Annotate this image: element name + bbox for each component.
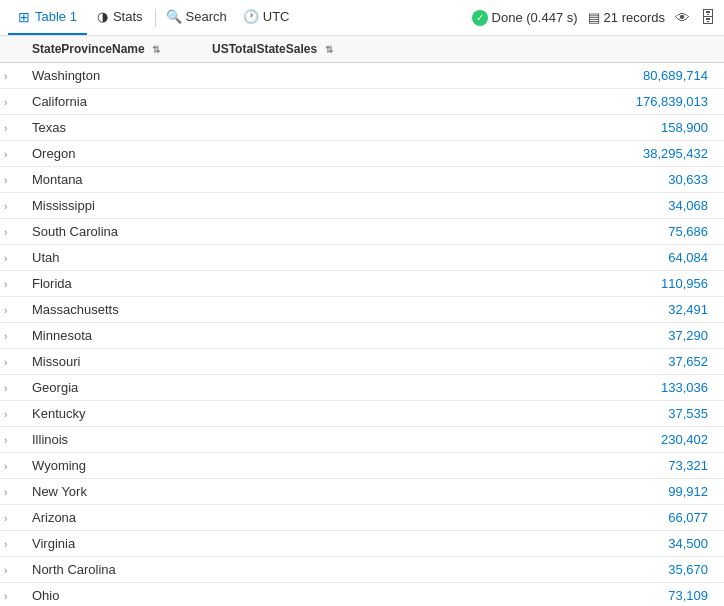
utc-button[interactable]: 🕐 UTC (235, 0, 298, 35)
expand-arrow-icon[interactable]: › (4, 539, 7, 550)
sales-cell: 35,670 (204, 557, 724, 583)
expand-arrow-cell[interactable]: › (0, 583, 24, 607)
table-row[interactable]: ›Missouri37,652 (0, 349, 724, 375)
expand-arrow-icon[interactable]: › (4, 409, 7, 420)
state-cell: Texas (24, 115, 204, 141)
col-header-state[interactable]: StateProvinceName ⇅ (24, 36, 204, 63)
sales-cell: 66,077 (204, 505, 724, 531)
expand-arrow-cell[interactable]: › (0, 479, 24, 505)
expand-arrow-cell[interactable]: › (0, 349, 24, 375)
table-row[interactable]: ›Massachusetts32,491 (0, 297, 724, 323)
eye-icon[interactable]: 👁 (675, 9, 690, 26)
table-row[interactable]: ›North Carolina35,670 (0, 557, 724, 583)
expand-arrow-cell[interactable]: › (0, 505, 24, 531)
expand-arrow-cell[interactable]: › (0, 427, 24, 453)
utc-label: UTC (263, 9, 290, 24)
expand-arrow-cell[interactable]: › (0, 401, 24, 427)
expand-arrow-icon[interactable]: › (4, 201, 7, 212)
expand-arrow-icon[interactable]: › (4, 461, 7, 472)
expand-arrow-cell[interactable]: › (0, 271, 24, 297)
expand-arrow-icon[interactable]: › (4, 175, 7, 186)
expand-arrow-icon[interactable]: › (4, 357, 7, 368)
table-icon: ⊞ (18, 9, 30, 25)
expand-arrow-cell[interactable]: › (0, 453, 24, 479)
table-row[interactable]: ›Florida110,956 (0, 271, 724, 297)
stats-icon: ◑ (97, 9, 108, 24)
done-label: Done (0.447 s) (492, 10, 578, 25)
table-container: StateProvinceName ⇅ USTotalStateSales ⇅ … (0, 36, 724, 606)
expand-arrow-cell[interactable]: › (0, 115, 24, 141)
state-cell: Montana (24, 167, 204, 193)
expand-arrow-cell[interactable]: › (0, 167, 24, 193)
table-row[interactable]: ›New York99,912 (0, 479, 724, 505)
table-row[interactable]: ›Montana30,633 (0, 167, 724, 193)
expand-arrow-cell[interactable]: › (0, 245, 24, 271)
expand-arrow-cell[interactable]: › (0, 89, 24, 115)
col-header-sales[interactable]: USTotalStateSales ⇅ (204, 36, 724, 63)
table-row[interactable]: ›Washington80,689,714 (0, 63, 724, 89)
table-row[interactable]: ›Oregon38,295,432 (0, 141, 724, 167)
search-button[interactable]: 🔍 Search (158, 0, 235, 35)
expand-arrow-cell[interactable]: › (0, 219, 24, 245)
expand-arrow-cell[interactable]: › (0, 193, 24, 219)
expand-arrow-icon[interactable]: › (4, 305, 7, 316)
expand-arrow-icon[interactable]: › (4, 71, 7, 82)
sales-cell: 30,633 (204, 167, 724, 193)
expand-arrow-cell[interactable]: › (0, 63, 24, 89)
expand-arrow-icon[interactable]: › (4, 149, 7, 160)
sort-icon-sales[interactable]: ⇅ (325, 44, 333, 55)
expand-arrow-cell[interactable]: › (0, 375, 24, 401)
expand-arrow-icon[interactable]: › (4, 97, 7, 108)
table-row[interactable]: ›South Carolina75,686 (0, 219, 724, 245)
state-cell: Arizona (24, 505, 204, 531)
state-cell: Virginia (24, 531, 204, 557)
table-row[interactable]: ›Georgia133,036 (0, 375, 724, 401)
table-row[interactable]: ›Utah64,084 (0, 245, 724, 271)
tab-stats[interactable]: ◑ Stats (87, 0, 153, 35)
search-label: Search (186, 9, 227, 24)
expand-arrow-icon[interactable]: › (4, 435, 7, 446)
table-row[interactable]: ›Kentucky37,535 (0, 401, 724, 427)
table-row[interactable]: ›Texas158,900 (0, 115, 724, 141)
table-row[interactable]: ›Virginia34,500 (0, 531, 724, 557)
expand-arrow-icon[interactable]: › (4, 513, 7, 524)
sales-cell: 75,686 (204, 219, 724, 245)
expand-arrow-cell[interactable]: › (0, 141, 24, 167)
expand-arrow-cell[interactable]: › (0, 531, 24, 557)
state-cell: North Carolina (24, 557, 204, 583)
sales-cell: 37,290 (204, 323, 724, 349)
table-row[interactable]: ›Illinois230,402 (0, 427, 724, 453)
table-row[interactable]: ›Ohio73,109 (0, 583, 724, 607)
expand-arrow-cell[interactable]: › (0, 297, 24, 323)
tab-table1[interactable]: ⊞ Table 1 (8, 0, 87, 35)
table-row[interactable]: ›Wyoming73,321 (0, 453, 724, 479)
state-cell: Illinois (24, 427, 204, 453)
expand-arrow-cell[interactable]: › (0, 323, 24, 349)
state-cell: Washington (24, 63, 204, 89)
expand-arrow-icon[interactable]: › (4, 123, 7, 134)
state-cell: California (24, 89, 204, 115)
expand-arrow-icon[interactable]: › (4, 227, 7, 238)
expand-arrow-icon[interactable]: › (4, 591, 7, 602)
table-row[interactable]: ›Arizona66,077 (0, 505, 724, 531)
tab-stats-label: Stats (113, 9, 143, 24)
table-header-row: StateProvinceName ⇅ USTotalStateSales ⇅ (0, 36, 724, 63)
sales-cell: 37,652 (204, 349, 724, 375)
expand-arrow-icon[interactable]: › (4, 253, 7, 264)
records-count: 21 records (604, 10, 665, 25)
sort-icon-state[interactable]: ⇅ (152, 44, 160, 55)
tab-table1-label: Table 1 (35, 9, 77, 24)
database-icon[interactable]: 🗄 (700, 9, 716, 27)
expand-arrow-icon[interactable]: › (4, 331, 7, 342)
table-row[interactable]: ›Minnesota37,290 (0, 323, 724, 349)
utc-icon: 🕐 (243, 9, 259, 24)
expand-arrow-icon[interactable]: › (4, 487, 7, 498)
expand-arrow-icon[interactable]: › (4, 565, 7, 576)
expand-arrow-icon[interactable]: › (4, 383, 7, 394)
table-row[interactable]: ›California176,839,013 (0, 89, 724, 115)
expand-arrow-cell[interactable]: › (0, 557, 24, 583)
sales-cell: 80,689,714 (204, 63, 724, 89)
expand-arrow-icon[interactable]: › (4, 279, 7, 290)
table-row[interactable]: ›Mississippi34,068 (0, 193, 724, 219)
state-cell: New York (24, 479, 204, 505)
